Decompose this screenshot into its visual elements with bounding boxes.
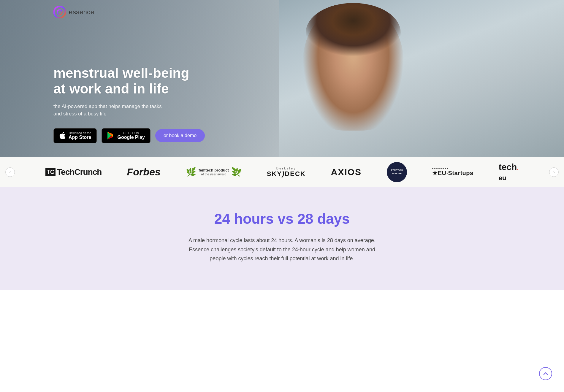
googleplay-button[interactable]: GET IT ON Google Play: [102, 128, 150, 143]
forbes-logo: Forbes: [127, 166, 161, 178]
wreath-left: 🌿: [186, 167, 196, 177]
hero-title-line1: menstrual well-being: [53, 65, 189, 81]
googleplay-icon: [107, 132, 114, 139]
wreath-right: 🌿: [231, 167, 242, 177]
axios-logo: AXIOS: [331, 167, 362, 177]
svg-point-0: [54, 7, 65, 18]
press-femtech-circle: FEMTECH INSIDER: [387, 162, 407, 182]
googleplay-sublabel: GET IT ON: [117, 131, 145, 135]
press-logos: TC TechCrunch Forbes 🌿 femtech product o…: [18, 162, 546, 182]
stats-title: 24 hours vs 28 days: [6, 211, 558, 227]
press-nav-right[interactable]: ›: [549, 167, 559, 177]
tc-box: TC: [45, 168, 56, 176]
stats-body: A male hormonal cycle lasts about 24 hou…: [181, 236, 383, 263]
press-eu-startups: ★EU·Startups: [432, 168, 473, 177]
hero-subtitle-line2: and stress of a busy life: [53, 111, 107, 117]
femtech-circle-logo: FEMTECH INSIDER: [387, 162, 407, 182]
appstore-sublabel: Download on the: [69, 131, 91, 135]
press-berkeley: Berkeley SKY)DECK: [267, 166, 306, 178]
press-techcrunch: TC TechCrunch: [45, 167, 102, 177]
press-forbes: Forbes: [127, 166, 161, 178]
techeu-logo: tech. eu: [499, 162, 519, 182]
berkeley-logo: Berkeley SKY)DECK: [267, 166, 306, 178]
hero-content: menstrual well-being at work and in life…: [53, 65, 205, 143]
appstore-button[interactable]: Download on the App Store: [53, 128, 97, 143]
hero-title-line2: at work and in life: [53, 81, 169, 96]
press-techeu: tech. eu: [499, 162, 519, 182]
hero-title: menstrual well-being at work and in life: [53, 65, 205, 97]
stats-section: 24 hours vs 28 days A male hormonal cycl…: [0, 187, 564, 290]
googleplay-mainlabel: Google Play: [117, 135, 145, 140]
hero-section: essence menstrual well-being at work and…: [0, 0, 564, 157]
femtech-text: femtech product of the year award: [199, 168, 229, 176]
hero-subtitle-line1: the AI-powered app that helps manage the…: [53, 104, 162, 109]
techcrunch-logo: TC TechCrunch: [45, 167, 102, 177]
demo-button[interactable]: or book a demo: [155, 129, 205, 142]
logo[interactable]: essence: [53, 6, 94, 18]
hero-buttons: Download on the App Store GET IT ON Goog…: [53, 128, 205, 143]
svg-point-1: [57, 10, 62, 15]
appstore-text: Download on the App Store: [69, 131, 91, 140]
appstore-mainlabel: App Store: [69, 135, 91, 140]
hero-subtitle: the AI-powered app that helps manage the…: [53, 103, 205, 118]
brand-name: essence: [69, 8, 94, 16]
eu-startups-logo: ★EU·Startups: [432, 168, 473, 177]
press-axios: AXIOS: [331, 167, 362, 177]
press-nav-left[interactable]: ‹: [5, 167, 15, 177]
googleplay-text: GET IT ON Google Play: [117, 131, 145, 140]
femtech-wreath: 🌿 femtech product of the year award 🌿: [186, 167, 242, 177]
navbar: essence: [0, 0, 564, 24]
press-femtech-award: 🌿 femtech product of the year award 🌿: [186, 167, 242, 177]
logo-icon: [53, 6, 66, 18]
eu-startups-text: ★EU·Startups: [432, 170, 473, 176]
press-bar: ‹ TC TechCrunch Forbes 🌿 femtech product…: [0, 157, 564, 187]
apple-icon: [59, 132, 66, 139]
